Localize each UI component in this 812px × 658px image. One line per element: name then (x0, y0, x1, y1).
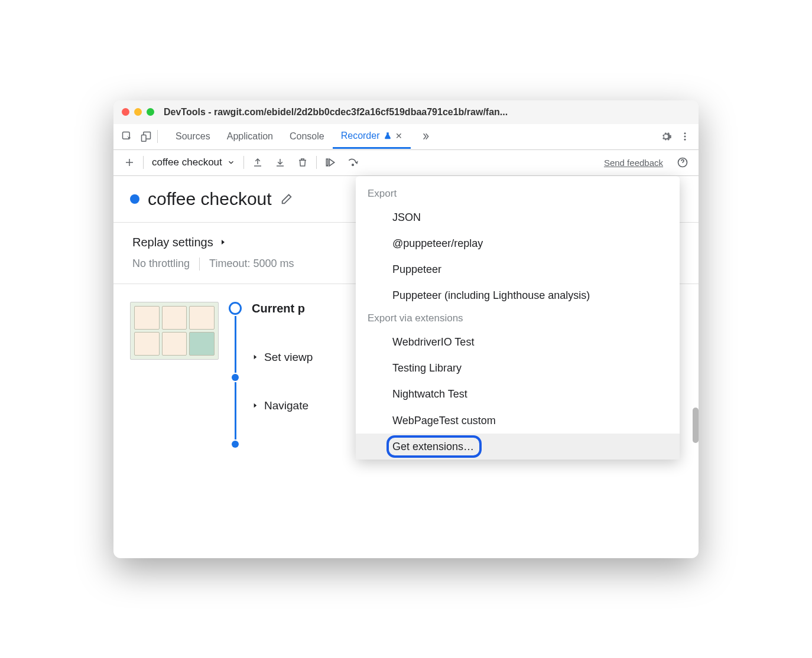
dropdown-item-label: Get extensions… (392, 441, 474, 452)
export-json-item[interactable]: JSON (356, 204, 680, 230)
traffic-lights (122, 108, 154, 116)
timeline-step-marker (232, 374, 239, 381)
svg-rect-2 (142, 135, 147, 142)
scrollbar-thumb[interactable] (693, 408, 699, 443)
recording-selector[interactable]: coffee checkout (148, 157, 239, 168)
replay-button[interactable] (321, 154, 339, 171)
help-button[interactable] (674, 154, 691, 171)
export-puppeteer-replay-item[interactable]: @puppeteer/replay (356, 230, 680, 256)
dropdown-section-header: Export via extensions (356, 309, 680, 329)
recording-indicator-dot (130, 194, 139, 204)
send-feedback-link[interactable]: Send feedback (604, 158, 663, 168)
timeline-track (228, 302, 242, 448)
svg-point-5 (684, 139, 686, 141)
step-button[interactable] (344, 154, 362, 171)
tab-console[interactable]: Console (281, 125, 333, 148)
svg-point-4 (684, 136, 686, 138)
maximize-window-button[interactable] (147, 108, 154, 116)
separator (143, 156, 144, 169)
edit-title-icon[interactable] (280, 193, 293, 206)
tab-label: Console (290, 131, 324, 142)
separator (199, 258, 200, 271)
timeline-step-marker (232, 441, 239, 448)
titlebar: DevTools - rawgit.com/ebidel/2d2bb0cdec3… (113, 100, 699, 124)
add-recording-button[interactable] (121, 154, 138, 171)
tab-label: Sources (176, 131, 210, 142)
devtools-window: DevTools - rawgit.com/ebidel/2d2bb0cdec3… (113, 100, 699, 558)
export-webpagetest-item[interactable]: WebPageTest custom (356, 408, 680, 434)
chevron-right-icon (252, 402, 258, 409)
recording-title: coffee checkout (148, 189, 272, 209)
tab-sources[interactable]: Sources (167, 125, 219, 148)
recording-name: coffee checkout (152, 157, 222, 168)
get-extensions-item[interactable]: Get extensions… (356, 434, 680, 460)
dropdown-section-header: Export (356, 184, 680, 204)
close-tab-icon[interactable]: ✕ (395, 131, 402, 141)
tab-application[interactable]: Application (219, 125, 281, 148)
chevron-right-icon (252, 354, 258, 360)
timeout-value: Timeout: 5000 ms (209, 258, 294, 270)
chevron-down-icon (227, 158, 235, 167)
more-tabs-icon[interactable] (418, 129, 433, 144)
step-label: Navigate (264, 399, 308, 412)
export-puppeteer-lighthouse-item[interactable]: Puppeteer (including Lighthouse analysis… (356, 282, 680, 308)
step-label: Set viewp (264, 351, 313, 364)
kebab-menu-icon[interactable] (677, 129, 693, 144)
throttling-value: No throttling (132, 258, 190, 270)
settings-gear-icon[interactable] (658, 129, 674, 144)
tab-label: Application (227, 131, 273, 142)
import-button[interactable] (271, 154, 289, 171)
export-webdriverio-item[interactable]: WebdriverIO Test (356, 329, 680, 355)
tab-recorder[interactable]: Recorder ✕ (333, 125, 411, 149)
delete-button[interactable] (294, 154, 311, 171)
separator (243, 156, 244, 169)
minimize-window-button[interactable] (134, 108, 142, 116)
replay-settings-label: Replay settings (132, 236, 213, 249)
svg-rect-6 (326, 159, 328, 166)
panel-tabs-bar: Sources Application Console Recorder ✕ (113, 124, 699, 150)
svg-point-3 (684, 132, 686, 134)
separator (157, 130, 158, 143)
export-nightwatch-item[interactable]: Nightwatch Test (356, 381, 680, 407)
export-puppeteer-item[interactable]: Puppeteer (356, 256, 680, 282)
tab-label: Recorder (341, 131, 380, 141)
recorder-toolbar: coffee checkout Send feedback (113, 150, 699, 176)
chevron-right-icon (219, 239, 226, 246)
svg-point-7 (352, 164, 354, 166)
export-dropdown: Export JSON @puppeteer/replay Puppeteer … (356, 176, 680, 460)
page-thumbnail (130, 302, 219, 360)
inspect-element-icon[interactable] (119, 129, 135, 144)
window-title: DevTools - rawgit.com/ebidel/2d2bb0cdec3… (164, 107, 690, 118)
separator (316, 156, 317, 169)
export-button[interactable] (249, 154, 267, 171)
panel-tabs: Sources Application Console Recorder ✕ (167, 125, 411, 148)
device-toolbar-icon[interactable] (138, 129, 154, 144)
flask-icon (384, 132, 392, 140)
export-testing-library-item[interactable]: Testing Library (356, 355, 680, 381)
close-window-button[interactable] (122, 108, 129, 116)
timeline-current-marker (229, 302, 242, 315)
